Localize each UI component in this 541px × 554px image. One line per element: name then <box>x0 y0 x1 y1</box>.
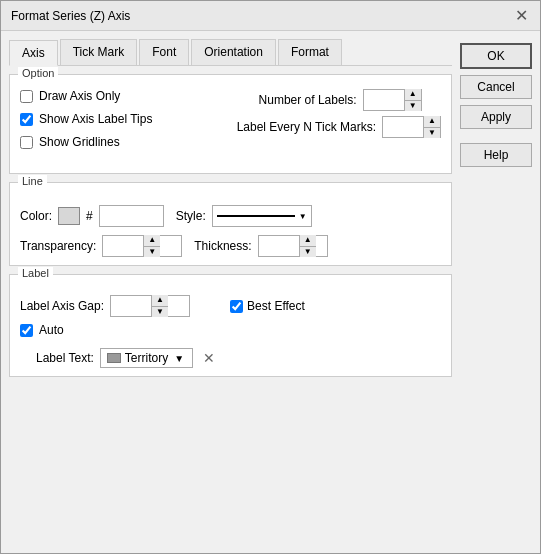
right-buttons: OK Cancel Apply Help <box>460 39 532 545</box>
transparency-label: Transparency: <box>20 239 96 253</box>
show-gridlines-row: Show Gridlines <box>20 135 180 149</box>
label-axis-gap-buttons: ▲ ▼ <box>151 295 168 317</box>
transparency-spinner-buttons: ▲ ▼ <box>143 235 160 257</box>
tag-close-icon[interactable]: ✕ <box>203 350 215 366</box>
style-dropdown-arrow: ▼ <box>299 212 307 221</box>
style-label: Style: <box>176 209 206 223</box>
show-gridlines-label: Show Gridlines <box>39 135 120 149</box>
label-text-label: Label Text: <box>36 351 94 365</box>
auto-label: Auto <box>39 323 64 337</box>
label-section-content: Label Axis Gap: 5 px ▲ ▼ Best <box>20 295 441 368</box>
label-section: Label Label Axis Gap: 5 px ▲ ▼ <box>9 274 452 377</box>
territory-tag[interactable]: Territory ▼ <box>100 348 193 368</box>
thickness-label: Thickness: <box>194 239 251 253</box>
tab-orientation[interactable]: Orientation <box>191 39 276 65</box>
best-effect-row: Best Effect <box>230 299 305 313</box>
number-of-labels-up[interactable]: ▲ <box>405 89 421 101</box>
label-axis-gap-up[interactable]: ▲ <box>152 295 168 307</box>
line-fields-row1: Color: # D7D7D7 Style: ▼ <box>20 205 441 227</box>
label-axis-gap-spinner: 5 px ▲ ▼ <box>110 295 190 317</box>
tag-icon <box>107 353 121 363</box>
color-label: Color: <box>20 209 52 223</box>
style-line-preview <box>217 215 295 217</box>
thickness-up[interactable]: ▲ <box>300 235 316 247</box>
color-hash: # <box>86 209 93 223</box>
auto-row: Auto <box>20 323 441 337</box>
window-title: Format Series (Z) Axis <box>11 9 130 23</box>
help-button[interactable]: Help <box>460 143 532 167</box>
show-gridlines-checkbox[interactable] <box>20 136 33 149</box>
thickness-spinner: 1 px ▲ ▼ <box>258 235 328 257</box>
number-of-labels-input[interactable]: -1 <box>364 90 404 110</box>
option-checkboxes: Draw Axis Only Show Axis Label Tips Show… <box>20 89 180 154</box>
auto-checkbox[interactable] <box>20 324 33 337</box>
tab-font[interactable]: Font <box>139 39 189 65</box>
transparency-field-group: Transparency: 0 % ▲ ▼ <box>20 235 182 257</box>
number-of-labels-label: Number of Labels: <box>237 93 357 107</box>
best-effect-label: Best Effect <box>247 299 305 313</box>
format-series-dialog: Format Series (Z) Axis ✕ Axis Tick Mark … <box>0 0 541 554</box>
transparency-down[interactable]: ▼ <box>144 247 160 258</box>
draw-axis-only-row: Draw Axis Only <box>20 89 180 103</box>
option-top: Draw Axis Only Show Axis Label Tips Show… <box>20 89 441 154</box>
tab-axis[interactable]: Axis <box>9 40 58 66</box>
transparency-input[interactable]: 0 % <box>103 236 143 256</box>
tab-format[interactable]: Format <box>278 39 342 65</box>
line-fields-row2: Transparency: 0 % ▲ ▼ Thickness: 1 px <box>20 235 441 257</box>
number-of-labels-spinner: -1 ▲ ▼ <box>363 89 422 111</box>
show-axis-label-tips-label: Show Axis Label Tips <box>39 112 152 126</box>
color-swatch[interactable] <box>58 207 80 225</box>
show-axis-label-tips-row: Show Axis Label Tips <box>20 112 180 126</box>
tab-tick-mark[interactable]: Tick Mark <box>60 39 138 65</box>
thickness-down[interactable]: ▼ <box>300 247 316 258</box>
draw-axis-only-checkbox[interactable] <box>20 90 33 103</box>
label-every-n-spinner-buttons: ▲ ▼ <box>423 116 440 138</box>
label-every-n-label: Label Every N Tick Marks: <box>237 120 376 134</box>
cancel-button[interactable]: Cancel <box>460 75 532 99</box>
transparency-up[interactable]: ▲ <box>144 235 160 247</box>
content-area: Axis Tick Mark Font Orientation Format O… <box>1 31 540 553</box>
label-axis-gap-down[interactable]: ▼ <box>152 307 168 318</box>
label-axis-gap-group: Label Axis Gap: 5 px ▲ ▼ <box>20 295 190 317</box>
label-text-row: Label Text: Territory ▼ ✕ <box>20 348 441 368</box>
title-bar: Format Series (Z) Axis ✕ <box>1 1 540 31</box>
line-section-title: Line <box>18 175 47 187</box>
close-icon[interactable]: ✕ <box>513 8 530 24</box>
label-section-title: Label <box>18 267 53 279</box>
label-every-n-up[interactable]: ▲ <box>424 116 440 128</box>
option-right: Number of Labels: -1 ▲ ▼ Label Every N T… <box>237 89 441 154</box>
label-axis-gap-label: Label Axis Gap: <box>20 299 104 313</box>
label-every-n-spinner: 1 ▲ ▼ <box>382 116 441 138</box>
ok-button[interactable]: OK <box>460 43 532 69</box>
color-field-group: Color: # D7D7D7 <box>20 205 164 227</box>
thickness-field-group: Thickness: 1 px ▲ ▼ <box>194 235 327 257</box>
style-dropdown[interactable]: ▼ <box>212 205 312 227</box>
label-axis-gap-input[interactable]: 5 px <box>111 296 151 316</box>
label-every-n-input[interactable]: 1 <box>383 117 423 137</box>
label-every-n-row: Label Every N Tick Marks: 1 ▲ ▼ <box>237 116 441 138</box>
label-axis-gap-row: Label Axis Gap: 5 px ▲ ▼ Best <box>20 295 441 317</box>
option-section-title: Option <box>18 67 58 79</box>
number-of-labels-spinner-buttons: ▲ ▼ <box>404 89 421 111</box>
line-section: Line Color: # D7D7D7 Style: ▼ <box>9 182 452 266</box>
label-every-n-down[interactable]: ▼ <box>424 128 440 139</box>
thickness-input[interactable]: 1 px <box>259 236 299 256</box>
main-panel: Axis Tick Mark Font Orientation Format O… <box>9 39 452 545</box>
style-field-group: Style: ▼ <box>176 205 312 227</box>
option-section: Option Draw Axis Only Show Axis Label Ti… <box>9 74 452 174</box>
color-hex-input[interactable]: D7D7D7 <box>99 205 164 227</box>
tag-dropdown-button[interactable]: ▼ <box>172 353 186 364</box>
number-of-labels-down[interactable]: ▼ <box>405 101 421 112</box>
thickness-spinner-buttons: ▲ ▼ <box>299 235 316 257</box>
tabs-bar: Axis Tick Mark Font Orientation Format <box>9 39 452 66</box>
tag-text: Territory <box>125 351 168 365</box>
transparency-spinner: 0 % ▲ ▼ <box>102 235 182 257</box>
show-axis-label-tips-checkbox[interactable] <box>20 113 33 126</box>
best-effect-checkbox[interactable] <box>230 300 243 313</box>
number-of-labels-row: Number of Labels: -1 ▲ ▼ <box>237 89 441 111</box>
apply-button[interactable]: Apply <box>460 105 532 129</box>
draw-axis-only-label: Draw Axis Only <box>39 89 120 103</box>
